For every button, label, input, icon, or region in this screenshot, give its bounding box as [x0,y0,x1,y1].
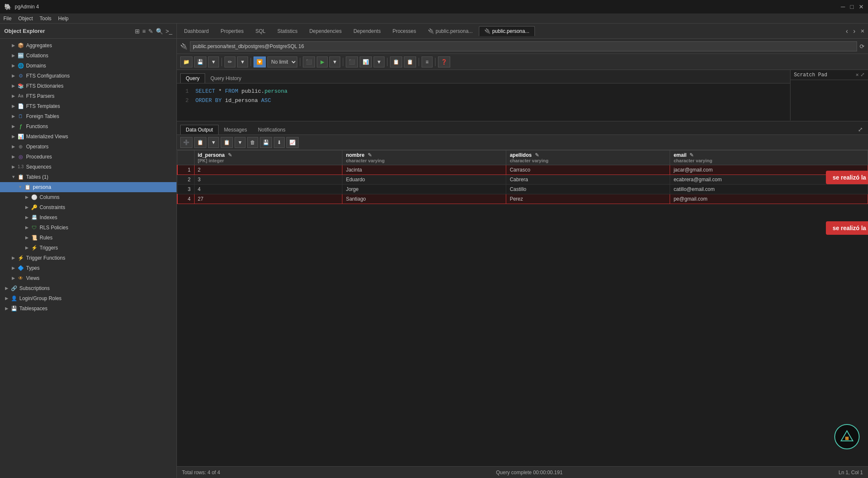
sidebar-item-tables[interactable]: ▼ 📋 Tables (1) [0,172,176,182]
cell-email[interactable]: ecabrera@gmail.com [670,175,868,185]
menu-object[interactable]: Object [18,16,33,21]
sidebar-item-fts-parsers[interactable]: ▶ Aa FTS Parsers [0,91,176,101]
sidebar-tool-grid[interactable]: ⊞ [135,28,140,35]
cell-email[interactable]: pe@gmail.com [670,194,868,204]
scratch-pad-close-button[interactable]: ✕ [856,72,859,78]
edit-button[interactable]: ✏ [224,56,235,67]
explain-analyze-button[interactable]: 📊 [360,56,372,67]
stop-button[interactable]: ⬛ [303,56,315,67]
sidebar-item-tablespaces[interactable]: ▶ 💾 Tablespaces [0,303,176,314]
result-tab-notifications[interactable]: Notifications [252,125,291,134]
result-expand-button[interactable]: ⤢ [856,124,865,134]
tab-sql[interactable]: SQL [250,26,271,36]
close-button[interactable]: ✕ [859,3,864,10]
table-row[interactable]: 3 4 Jorge Castillo catillo@email.com [177,185,868,194]
paste-dropdown-button[interactable]: ▼ [235,137,246,148]
sidebar-item-fts-templates[interactable]: ▶ 📄 FTS Templates [0,101,176,111]
macros-button[interactable]: ≡ [422,56,433,67]
tab-next-button[interactable]: › [852,27,857,35]
menu-file[interactable]: File [3,16,11,21]
col-edit-icon[interactable]: ✎ [368,152,372,158]
result-tab-messages[interactable]: Messages [219,125,253,134]
tab-dependents[interactable]: Dependents [348,26,386,36]
sidebar-item-types[interactable]: ▶ 🔷 Types [0,263,176,273]
cell-apellidos[interactable]: Cabrera [506,175,670,185]
cell-id[interactable]: 4 [194,185,342,194]
query-tab-query[interactable]: Query [180,73,205,83]
menu-tools[interactable]: Tools [40,16,51,21]
cell-apellidos[interactable]: Perez [506,194,670,204]
tab-persona-2[interactable]: 🔌 public.persona... [479,26,534,36]
tab-dashboard[interactable]: Dashboard [179,26,214,36]
sidebar-item-subscriptions[interactable]: ▶ 🔗 Subscriptions [0,283,176,293]
sidebar-tool-list[interactable]: ≡ [142,28,146,35]
col-edit-icon[interactable]: ✎ [535,152,539,158]
filter-button[interactable]: 🔽 [254,56,266,67]
minimize-button[interactable]: ─ [841,3,845,10]
edit-dropdown-button[interactable]: ▼ [237,56,248,67]
table-row[interactable]: 4 27 Santiago Perez pe@gmail.com [177,194,868,204]
delete-row-button[interactable]: 🗑 [247,137,258,148]
run-button[interactable]: ▶ [317,56,328,67]
cell-email[interactable]: jacar@gmail.com [670,165,868,175]
scratch-pad-expand-button[interactable]: ⤢ [860,72,865,78]
sidebar-item-sequences[interactable]: ▶ 1.3 Sequences [0,162,176,172]
sidebar-tool-terminal[interactable]: >_ [166,28,172,35]
tab-properties[interactable]: Properties [215,26,249,36]
download-button[interactable]: ⬇ [274,137,285,148]
tab-prev-button[interactable]: ‹ [844,27,849,35]
result-tab-data-output[interactable]: Data Output [180,125,219,134]
cell-email[interactable]: catillo@email.com [670,185,868,194]
commit-button[interactable]: 📋 [390,56,402,67]
copy-button[interactable]: 📋 [194,137,206,148]
rollback-button[interactable]: 📋 [404,56,416,67]
cell-nombre[interactable]: Santiago [342,194,506,204]
cell-nombre[interactable]: Jorge [342,185,506,194]
col-edit-icon[interactable]: ✎ [689,152,694,158]
run-dropdown-button[interactable]: ▼ [329,56,340,67]
sidebar-item-fts-configurations[interactable]: ▶ ⚙ FTS Configurations [0,71,176,81]
cell-nombre[interactable]: Eduardo [342,175,506,185]
tab-processes[interactable]: Processes [387,26,422,36]
paste-button[interactable]: 📋 [221,137,233,148]
cell-id[interactable]: 3 [194,175,342,185]
cell-id[interactable]: 2 [194,165,342,175]
sidebar-item-constraints[interactable]: ▶ 🔑 Constraints [0,202,176,212]
tab-close-button[interactable]: ✕ [859,28,866,34]
path-refresh-button[interactable]: ⟳ [860,43,865,50]
sidebar-tool-edit[interactable]: ✎ [148,28,153,35]
tab-statistics[interactable]: Statistics [272,26,303,36]
sidebar-item-operators[interactable]: ▶ ⊕ Operators [0,142,176,152]
tab-persona-1[interactable]: 🔌 public.persona... [422,26,478,36]
sidebar-item-columns[interactable]: ▶ ⚪ Columns [0,192,176,202]
save-button[interactable]: 💾 [194,56,206,67]
sidebar-item-views[interactable]: ▶ 👁 Views [0,273,176,283]
help-button[interactable]: ❓ [438,56,450,67]
sidebar-item-materialized-views[interactable]: ▶ 📊 Materialized Views [0,132,176,142]
sidebar-tool-search[interactable]: 🔍 [156,28,163,35]
explain-dropdown-button[interactable]: ▼ [374,56,385,67]
sidebar-item-login-roles[interactable]: ▶ 👤 Login/Group Roles [0,293,176,303]
sidebar-item-domains[interactable]: ▶ 🌐 Domains [0,61,176,71]
sidebar-item-trigger-functions[interactable]: ▶ ⚡ Trigger Functions [0,253,176,263]
sidebar-item-collations[interactable]: ▶ 🔤 Collations [0,51,176,61]
save-data-button[interactable]: 💾 [260,137,272,148]
table-row[interactable]: 1 2 Jacinta Carrasco jacar@gmail.com [177,165,868,175]
sidebar-item-functions[interactable]: ▶ ƒ Functions [0,121,176,132]
sidebar-item-triggers[interactable]: ▶ ⚡ Triggers [0,243,176,253]
tab-dependencies[interactable]: Dependencies [304,26,347,36]
add-row-button[interactable]: ➕ [180,137,192,148]
sidebar-item-rls-policies[interactable]: ▶ 🛡 RLS Policies [0,223,176,233]
sidebar-item-indexes[interactable]: ▶ 📇 Indexes [0,212,176,223]
copy-dropdown-button[interactable]: ▼ [208,137,219,148]
sidebar-item-fts-dictionaries[interactable]: ▶ 📚 FTS Dictionaries [0,81,176,91]
sidebar-item-aggregates[interactable]: ▶ 📦 Aggregates [0,40,176,51]
maximize-button[interactable]: □ [850,3,854,10]
open-file-button[interactable]: 📁 [180,56,192,67]
graph-button[interactable]: 📈 [286,137,299,148]
sql-editor[interactable]: 1 SELECT * FROM public.persona 2 ORDER B… [177,83,868,121]
sidebar-item-persona-table[interactable]: ▼ 📋 persona [0,182,176,192]
cell-apellidos[interactable]: Carrasco [506,165,670,175]
sidebar-item-rules[interactable]: ▶ 📜 Rules [0,233,176,243]
col-edit-icon[interactable]: ✎ [228,152,232,158]
